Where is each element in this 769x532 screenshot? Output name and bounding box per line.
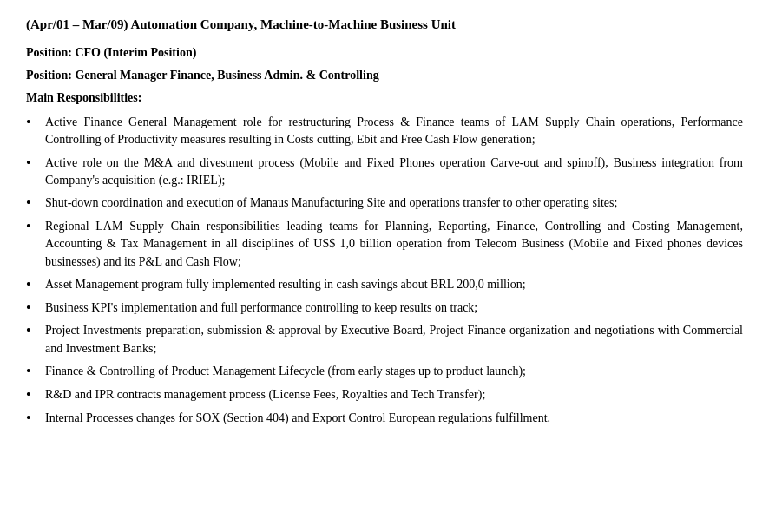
- list-item: •Business KPI's implementation and full …: [26, 299, 743, 318]
- list-item-text: Internal Processes changes for SOX (Sect…: [45, 410, 743, 427]
- responsibilities-title: Main Responsibilities:: [26, 91, 743, 105]
- bullet-icon: •: [26, 322, 42, 340]
- position-gm: Position: General Manager Finance, Busin…: [26, 69, 743, 82]
- bullet-icon: •: [26, 299, 42, 318]
- list-item: •Regional LAM Supply Chain responsibilit…: [26, 218, 743, 271]
- list-item-text: Active role on the M&A and divestment pr…: [45, 154, 743, 190]
- list-item: •Active role on the M&A and divestment p…: [26, 154, 743, 190]
- bullet-icon: •: [26, 386, 42, 404]
- page-container: (Apr/01 – Mar/09) Automation Company, Ma…: [26, 17, 743, 427]
- list-item-text: Shut-down coordination and execution of …: [45, 194, 743, 212]
- list-item-text: Regional LAM Supply Chain responsibiliti…: [45, 218, 743, 271]
- bullet-icon: •: [26, 114, 42, 132]
- section-title: (Apr/01 – Mar/09) Automation Company, Ma…: [26, 17, 743, 32]
- list-item: •Shut-down coordination and execution of…: [26, 194, 743, 213]
- bullet-icon: •: [26, 194, 42, 213]
- bullet-icon: •: [26, 154, 42, 173]
- bullet-icon: •: [26, 218, 42, 236]
- list-item: •Active Finance General Management role …: [26, 114, 743, 149]
- bullet-icon: •: [26, 276, 42, 294]
- list-item-text: Project Investments preparation, submiss…: [45, 322, 743, 358]
- list-item-text: Business KPI's implementation and full p…: [45, 299, 743, 317]
- list-item: •Project Investments preparation, submis…: [26, 322, 743, 358]
- list-item-text: Asset Management program fully implement…: [45, 276, 743, 293]
- position-cfo: Position: CFO (Interim Position): [26, 46, 743, 60]
- list-item-text: Finance & Controlling of Product Managem…: [45, 363, 743, 380]
- bullet-icon: •: [26, 363, 42, 381]
- bullet-icon: •: [26, 410, 42, 428]
- list-item: •Internal Processes changes for SOX (Sec…: [26, 410, 743, 428]
- bullet-list: •Active Finance General Management role …: [26, 114, 743, 427]
- list-item-text: R&D and IPR contracts management process…: [45, 386, 743, 404]
- list-item: •R&D and IPR contracts management proces…: [26, 386, 743, 404]
- list-item-text: Active Finance General Management role f…: [45, 114, 743, 149]
- list-item: •Asset Management program fully implemen…: [26, 276, 743, 294]
- list-item: •Finance & Controlling of Product Manage…: [26, 363, 743, 381]
